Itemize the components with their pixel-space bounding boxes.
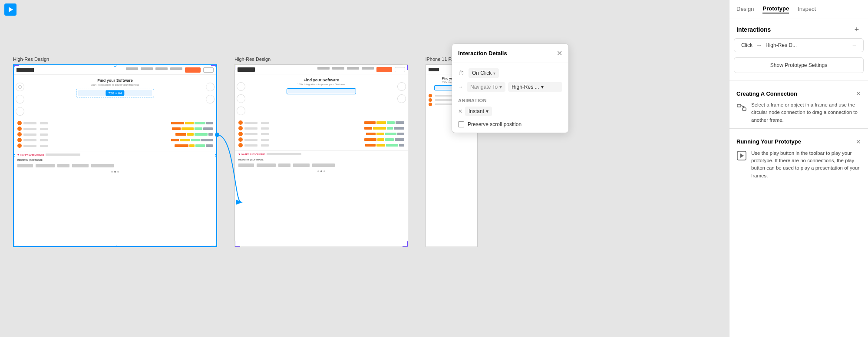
corner-bl bbox=[13, 241, 19, 247]
mock-nav-link bbox=[126, 67, 138, 70]
modal-close-button[interactable]: ✕ bbox=[557, 49, 562, 57]
right-panel: Design Prototype Inspect Interactions + … bbox=[729, 0, 868, 337]
mock-hero-title-2: Find your Software bbox=[250, 78, 393, 82]
modal-trigger-select[interactable]: On Click ▾ bbox=[469, 68, 499, 78]
frame-3-label: iPhone 11 P... bbox=[426, 57, 455, 62]
mock-nav bbox=[14, 65, 216, 75]
running-prototype-close[interactable]: ✕ bbox=[856, 138, 861, 145]
animation-section-title: Animation bbox=[458, 98, 562, 103]
mock-nav-link bbox=[141, 67, 153, 70]
modal-header: Interaction Details ✕ bbox=[452, 44, 568, 63]
preserve-scroll-checkbox[interactable] bbox=[458, 121, 464, 127]
modal-title: Interaction Details bbox=[458, 50, 507, 57]
running-prototype-header: Running Your Prototype ✕ bbox=[736, 138, 861, 145]
divider-2 bbox=[729, 128, 868, 129]
mock-nav-links bbox=[126, 67, 214, 73]
interactions-title: Interactions bbox=[736, 26, 771, 33]
modal-body: ⏱ On Click ▾ → Navigate To ▾ High-Res ..… bbox=[452, 63, 568, 133]
handle-tm[interactable] bbox=[114, 64, 116, 67]
mock-happy-2: ♥ HAPPY SUBSCRIBERS bbox=[235, 150, 408, 157]
mock-nav-links-2 bbox=[317, 67, 405, 72]
mock-cta-btn bbox=[185, 67, 201, 73]
handle-lm[interactable] bbox=[13, 154, 15, 157]
remove-interaction-button[interactable]: − bbox=[852, 41, 856, 49]
navigate-label-text: Navigate To bbox=[470, 84, 498, 90]
interaction-destination: High-Res D... bbox=[766, 42, 849, 48]
modal-navigate-row: → Navigate To ▾ High-Res ... ▾ bbox=[458, 82, 562, 92]
animation-type-text: Instant bbox=[469, 108, 484, 114]
corner-tr bbox=[211, 64, 217, 70]
interaction-arrow-icon: → bbox=[756, 42, 762, 49]
interaction-details-modal: Interaction Details ✕ ⏱ On Click ▾ → Nav… bbox=[452, 43, 569, 133]
mock-dots-2 bbox=[235, 169, 408, 174]
svg-rect-2 bbox=[743, 108, 746, 110]
mock-dots-1 bbox=[14, 169, 216, 174]
add-interaction-button[interactable]: + bbox=[852, 25, 861, 34]
svg-marker-4 bbox=[740, 153, 744, 158]
modal-checkbox-row: Preserve scroll position bbox=[458, 121, 562, 127]
frame-2-box[interactable]: Find your Software 150+ Integrations to … bbox=[234, 64, 408, 247]
handle-bm[interactable] bbox=[114, 245, 116, 247]
interactions-section-header: Interactions + bbox=[729, 19, 868, 38]
trigger-chevron: ▾ bbox=[493, 71, 495, 76]
mock-logos-1 bbox=[14, 162, 216, 169]
tab-bar: Design Prototype Inspect bbox=[729, 0, 868, 19]
dest-chevron: ▾ bbox=[541, 84, 544, 90]
size-badge: 726 × 64 bbox=[106, 90, 124, 96]
mock-table-2 bbox=[235, 119, 408, 150]
frame-1-box[interactable]: Find your Software 150+ Integrations to … bbox=[13, 64, 217, 247]
svg-rect-1 bbox=[737, 104, 741, 107]
tab-design[interactable]: Design bbox=[736, 6, 754, 13]
mock-logo-2 bbox=[238, 67, 255, 72]
modal-trigger-row: ⏱ On Click ▾ bbox=[458, 68, 562, 78]
corner-bl-2 bbox=[234, 241, 240, 247]
preserve-scroll-label: Preserve scroll position bbox=[468, 121, 521, 127]
mock-nav-2 bbox=[235, 65, 408, 74]
mock-hero-title: Find your Software bbox=[29, 78, 201, 83]
tab-prototype[interactable]: Prototype bbox=[762, 5, 789, 13]
frame-1-wrapper: High-Res Design bbox=[13, 57, 217, 247]
interaction-row[interactable]: Click → High-Res D... − bbox=[734, 38, 864, 52]
frame-2-label: High-Res Design bbox=[234, 57, 271, 62]
canvas-area[interactable]: High-Res Design bbox=[0, 0, 729, 337]
corner-tl-2 bbox=[234, 64, 240, 70]
animation-chevron: ▾ bbox=[486, 108, 488, 114]
play-button[interactable] bbox=[4, 3, 17, 16]
mock-hero-sub: 150+ Integrations to power your Business bbox=[29, 83, 201, 86]
creating-connection-header: Creating A Connection ✕ bbox=[736, 90, 861, 97]
modal-navigate-dest[interactable]: High-Res ... ▾ bbox=[508, 82, 562, 92]
mock-table-1 bbox=[14, 119, 216, 151]
creating-connection-close[interactable]: ✕ bbox=[856, 90, 861, 97]
frame-1-label: High-Res Design bbox=[13, 57, 49, 62]
clock-icon: ⏱ bbox=[458, 70, 465, 77]
frame-container: High-Res Design bbox=[13, 57, 478, 247]
running-prototype-content: Use the play button in the toolbar to pl… bbox=[736, 150, 861, 180]
modal-animation-row: ✕ Instant ▾ bbox=[458, 107, 562, 116]
creating-connection-title: Creating A Connection bbox=[736, 90, 797, 97]
creating-connection-content: Select a frame or object in a frame and … bbox=[736, 101, 861, 124]
connection-icon bbox=[736, 102, 747, 113]
mock-happy-1: ♥ HAPPY SUBSCRIBERS bbox=[14, 151, 216, 158]
running-prototype-title: Running Your Prototype bbox=[736, 138, 801, 145]
interaction-trigger: Click bbox=[741, 42, 752, 48]
corner-tl bbox=[13, 64, 19, 70]
arrow-right-icon: → bbox=[458, 84, 463, 90]
running-prototype-body: Use the play button in the toolbar to pl… bbox=[751, 150, 861, 180]
play-icon-help bbox=[736, 150, 747, 161]
creating-connection-section: Creating A Connection ✕ Select a frame o… bbox=[729, 86, 868, 128]
x-icon: ✕ bbox=[458, 108, 462, 114]
corner-tr-2 bbox=[403, 64, 408, 70]
tab-inspect[interactable]: Inspect bbox=[798, 6, 816, 13]
running-prototype-section: Running Your Prototype ✕ Use the play bu… bbox=[729, 134, 868, 184]
corner-br bbox=[211, 241, 217, 247]
modal-animation-select[interactable]: Instant ▾ bbox=[465, 107, 492, 116]
frame-2-wrapper: High-Res Design bbox=[234, 57, 408, 247]
navigate-chevron: ▾ bbox=[499, 84, 502, 90]
prototype-settings-button[interactable]: Show Prototype Settings bbox=[734, 57, 864, 73]
modal-navigate-label[interactable]: Navigate To ▾ bbox=[467, 82, 505, 92]
divider-1 bbox=[729, 80, 868, 80]
handle-rm[interactable] bbox=[215, 154, 217, 157]
mock-logos-2 bbox=[235, 162, 408, 169]
destination-text: High-Res ... bbox=[512, 84, 539, 90]
mock-hero-sub-2: 150+ Integrations to power your Business bbox=[250, 83, 393, 86]
